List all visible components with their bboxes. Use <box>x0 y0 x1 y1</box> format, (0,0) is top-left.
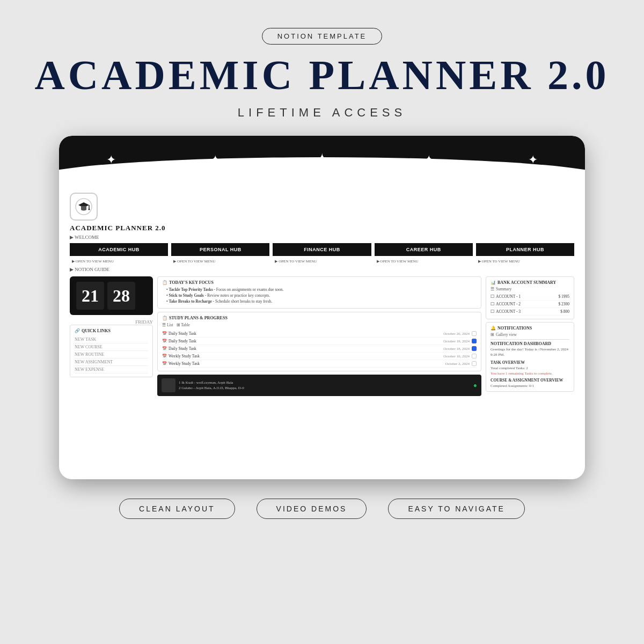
account-name-1: ☐ ACCOUNT - 1 <box>491 294 521 299</box>
clean-layout-badge: CLEAN LAYOUT <box>119 499 235 519</box>
device-header: ✦ ✦ ✦ ✦ ✦ <box>59 136 585 184</box>
music-thumbnail <box>162 378 175 392</box>
clock-day: FRIDAY <box>70 319 153 325</box>
music-tracks: 1 Ik Kudi - wolf.czyman, Arpit Bala 2 Gu… <box>179 380 470 391</box>
music-track-1: 1 Ik Kudi - wolf.czyman, Arpit Bala <box>179 380 470 385</box>
task-icon: 📅 <box>162 331 167 336</box>
task-checkbox[interactable] <box>472 361 477 366</box>
account-name-3: ☐ ACCOUNT - 3 <box>491 309 521 314</box>
notifications-title: 🔔 NOTIFICATIONS <box>491 326 569 331</box>
table-row: 📅 Weekly Study Task October 10, 2024 <box>162 353 477 360</box>
quick-link-new-task[interactable]: NEW TASK <box>75 336 148 343</box>
task-date: October 2, 2024 <box>445 361 477 366</box>
account-amount-1: $ 1995 <box>558 294 569 299</box>
study-panel: 📋 TODAY'S KEY FOCUS • Tackle Top Priorit… <box>157 276 481 396</box>
focus-item-1: • Tackle Top Priority Tasks - Focus on a… <box>162 287 477 292</box>
bank-title: 📊 BANK ACCOUNT SUMMARY <box>491 280 569 285</box>
remaining-tasks-text: You have 1 remaining Tasks to complete. <box>491 371 569 376</box>
focus-icon: 📋 <box>162 280 167 285</box>
notification-greeting: Greetings for the day! Today is //Novemb… <box>491 347 569 358</box>
quick-link-new-routine[interactable]: NEW ROUTINE <box>75 351 148 358</box>
focus-item-3: • Take Breaks to Recharge - Schedule sho… <box>162 299 477 304</box>
planner-hub-button[interactable]: PLANNER HUB <box>476 243 574 256</box>
account-icon: ☐ <box>491 309 494 314</box>
career-hub-submenu[interactable]: ▶ OPEN TO VIEW MENU <box>375 258 473 265</box>
device-screen: ✦ ✦ ✦ ✦ ✦ <box>59 136 585 479</box>
notification-dashboard-title: NOTIFICATION DASHBOARD <box>491 341 569 346</box>
device-mockup: ✦ ✦ ✦ ✦ ✦ <box>59 136 585 479</box>
video-demos-badge: VIDEO DEMOS <box>257 499 367 519</box>
bank-icon: 📊 <box>491 280 496 285</box>
task-date: October 20, 2024 <box>443 331 477 336</box>
task-name: 📅 Daily Study Task <box>162 339 196 343</box>
notion-guide-row[interactable]: ▶ NOTION GUIDE <box>70 267 574 272</box>
task-name: 📅 Daily Study Task <box>162 346 196 351</box>
dashboard-area: 21 28 FRIDAY 🔗 QUICK LINKS NEW TASK NEW … <box>70 276 574 396</box>
career-hub-button[interactable]: CAREER HUB <box>375 243 473 256</box>
table-row: 📅 Daily Study Task October 20, 2024 <box>162 330 477 338</box>
task-date: October 19, 2024 <box>443 339 477 343</box>
account-row-2: ☐ ACCOUNT - 2 $ 2300 <box>491 301 569 308</box>
easy-navigate-badge: EASY TO NAVIGATE <box>388 499 525 519</box>
account-icon: ☐ <box>491 302 494 306</box>
flip-clock: 21 28 <box>70 276 153 315</box>
summary-icon: ☰ <box>491 287 494 291</box>
planner-hub-submenu[interactable]: ▶ OPEN TO VIEW MENU <box>476 258 574 265</box>
hub-buttons-row: ACADEMIC HUB PERSONAL HUB FINANCE HUB CA… <box>70 243 574 256</box>
account-amount-2: $ 2300 <box>558 302 569 306</box>
task-checkbox[interactable] <box>472 331 477 336</box>
music-player: 1 Ik Kudi - wolf.czyman, Arpit Bala 2 Gu… <box>157 375 481 396</box>
subtitle: LIFETIME ACCESS <box>238 106 406 120</box>
focus-title: 📋 TODAY'S KEY FOCUS <box>162 280 477 285</box>
account-name-2: ☐ ACCOUNT - 2 <box>491 302 521 306</box>
personal-hub-button[interactable]: PERSONAL HUB <box>171 243 269 256</box>
notif-icon: 🔔 <box>491 326 496 331</box>
total-tasks-text: Total completed Tasks: 2 <box>491 366 569 370</box>
task-checkbox[interactable] <box>472 354 477 358</box>
task-name: 📅 Weekly Study Task <box>162 361 200 366</box>
link-icon: 🔗 <box>75 328 80 333</box>
divider <box>491 339 569 340</box>
account-icon: ☐ <box>491 294 494 299</box>
task-name: 📅 Daily Study Task <box>162 331 196 336</box>
finance-hub-button[interactable]: FINANCE HUB <box>273 243 371 256</box>
spotify-icon: ● <box>473 382 477 390</box>
task-icon: 📅 <box>162 361 167 366</box>
finance-hub-submenu[interactable]: ▶ OPEN TO VIEW MENU <box>273 258 371 265</box>
personal-hub-submenu[interactable]: ▶ OPEN TO VIEW MENU <box>171 258 269 265</box>
table-view-tab[interactable]: ⊞ Table <box>177 323 190 327</box>
task-date: October 18, 2024 <box>443 346 477 351</box>
hub-submenu-row: ▶ OPEN TO VIEW MENU ▶ OPEN TO VIEW MENU … <box>70 258 574 265</box>
clock-minute: 28 <box>107 282 135 310</box>
task-icon: 📅 <box>162 354 167 358</box>
focus-box: 📋 TODAY'S KEY FOCUS • Tackle Top Priorit… <box>157 276 481 309</box>
task-checkbox[interactable] <box>472 339 477 343</box>
view-tabs: ☰ List ⊞ Table <box>162 323 477 327</box>
task-icon: 📅 <box>162 339 167 343</box>
svg-point-3 <box>89 209 90 210</box>
gallery-icon: ⊞ <box>491 332 494 337</box>
study-plans-title: 📋 STUDY PLANS & PROGRESS <box>162 316 477 320</box>
bottom-badges: CLEAN LAYOUT VIDEO DEMOS EASY TO NAVIGAT… <box>119 499 525 519</box>
account-row-3: ☐ ACCOUNT - 3 $ 800 <box>491 308 569 316</box>
quick-links-panel: 🔗 QUICK LINKS NEW TASK NEW COURSE NEW RO… <box>70 325 153 377</box>
list-view-tab[interactable]: ☰ List <box>162 323 173 327</box>
task-overview-title: TASK OVERVIEW <box>491 360 569 365</box>
quick-links-title: 🔗 QUICK LINKS <box>75 328 148 333</box>
academic-hub-submenu[interactable]: ▶ OPEN TO VIEW MENU <box>70 258 168 265</box>
main-title: ACADEMIC PLANNER 2.0 <box>34 54 609 96</box>
study-icon: 📋 <box>162 316 167 320</box>
task-icon: 📅 <box>162 346 167 351</box>
focus-item-2: • Stick to Study Goals - Review notes or… <box>162 293 477 298</box>
table-row: 📅 Weekly Study Task October 2, 2024 <box>162 360 477 368</box>
top-badge: NOTION TEMPLATE <box>262 28 383 45</box>
academic-hub-button[interactable]: ACADEMIC HUB <box>70 243 168 256</box>
table-row: 📅 Daily Study Task October 19, 2024 <box>162 338 477 345</box>
task-checkbox[interactable] <box>472 346 477 351</box>
task-date: October 10, 2024 <box>443 354 477 358</box>
clock-hour: 21 <box>76 282 104 310</box>
quick-link-new-assignment[interactable]: NEW ASSIGNMENT <box>75 358 148 366</box>
quick-link-new-expense[interactable]: NEW EXPENSE <box>75 366 148 374</box>
gallery-view-label[interactable]: ⊞ Gallery view <box>491 332 569 337</box>
quick-link-new-course[interactable]: NEW COURSE <box>75 343 148 351</box>
